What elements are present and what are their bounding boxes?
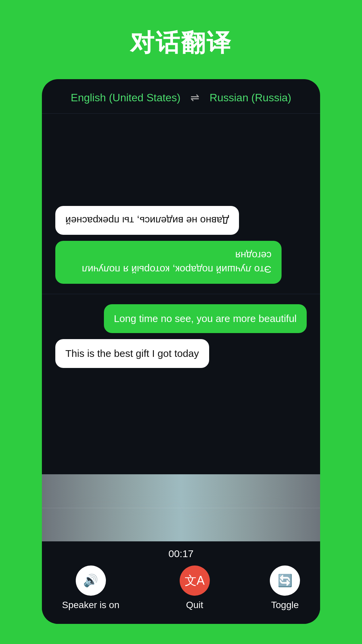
speaker-button[interactable]: 🔊 xyxy=(76,566,106,596)
waveform-divider xyxy=(42,508,320,508)
speaker-icon: 🔊 xyxy=(83,574,98,588)
speaker-label: Speaker is on xyxy=(62,600,119,610)
target-language[interactable]: Russian (Russia) xyxy=(209,92,291,104)
waveform-area xyxy=(42,474,320,541)
swap-icon[interactable]: ⇌ xyxy=(190,91,199,104)
language-bar: English (United States) ⇌ Russian (Russi… xyxy=(42,79,320,114)
controls-row: 🔊 Speaker is on 文A Quit 🔄 Toggle xyxy=(62,566,300,610)
toggle-button[interactable]: 🔄 xyxy=(270,566,300,596)
chat-top-section: Это лучший подарок, который я получил се… xyxy=(42,114,320,294)
translate-icon: 文A xyxy=(185,573,205,589)
toggle-icon: 🔄 xyxy=(278,574,293,588)
speaker-control: 🔊 Speaker is on xyxy=(62,566,119,610)
russian-bubble-1: Это лучший подарок, который я получил се… xyxy=(55,241,282,284)
english-bubble-1: Long time no see, you are more beautiful xyxy=(104,304,307,333)
toggle-control: 🔄 Toggle xyxy=(270,566,300,610)
bottom-bar: 00:17 🔊 Speaker is on 文A Quit 🔄 xyxy=(42,541,320,624)
source-language[interactable]: English (United States) xyxy=(71,92,180,104)
chat-top-inner: Это лучший подарок, который я получил се… xyxy=(55,206,307,284)
quit-label: Quit xyxy=(186,600,203,610)
app-title: 对话翻译 xyxy=(130,27,232,59)
phone-card: English (United States) ⇌ Russian (Russi… xyxy=(42,79,320,624)
quit-button[interactable]: 文A xyxy=(180,566,210,596)
chat-bottom-section: Long time no see, you are more beautiful… xyxy=(42,294,320,474)
russian-bubble-2: Давно не виделись, ты прекрасней xyxy=(55,206,239,235)
english-bubble-2: This is the best gift I got today xyxy=(55,339,209,368)
toggle-label: Toggle xyxy=(271,600,299,610)
timer-display: 00:17 xyxy=(168,548,193,559)
quit-control: 文A Quit xyxy=(180,566,210,610)
